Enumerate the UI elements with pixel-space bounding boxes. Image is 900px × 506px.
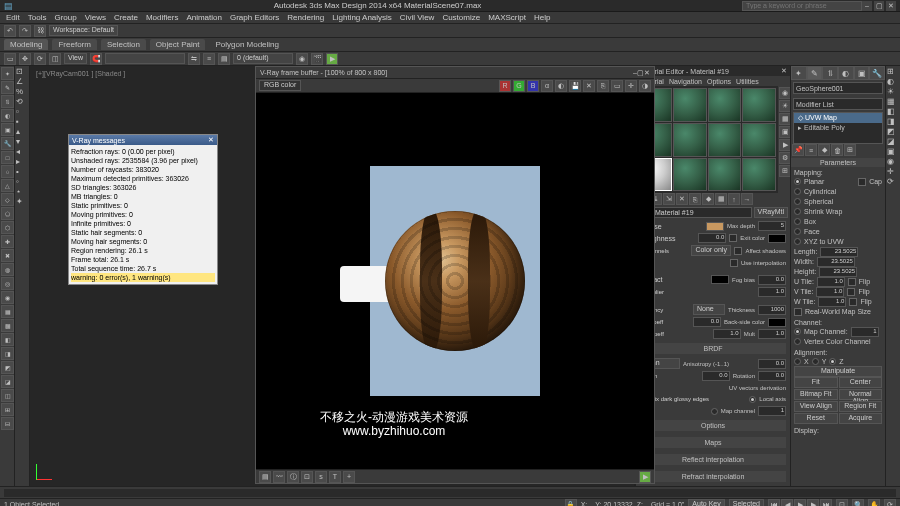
rotation-spinner[interactable]: 0.0 [758, 371, 786, 381]
maps-header[interactable]: Maps [640, 437, 786, 448]
vp-grid-icon[interactable]: ▦ [887, 97, 899, 106]
mat-slot[interactable] [708, 158, 742, 192]
rt-c[interactable]: ◩ [887, 127, 899, 136]
motion-icon[interactable]: ◐ [1, 109, 14, 122]
prev-frame-icon[interactable]: ◀ [781, 499, 793, 507]
mat-editor-close[interactable]: ✕ [781, 67, 787, 75]
backside-swatch[interactable] [768, 318, 786, 327]
vp-shade-icon[interactable]: ◐ [887, 77, 899, 86]
spinner-snap-icon[interactable]: ⟲ [16, 97, 28, 106]
align-button[interactable]: ≡ [203, 53, 215, 65]
cmd-tab-create[interactable]: ✦ [791, 66, 807, 80]
refract-swatch[interactable] [711, 275, 729, 284]
max-depth-spinner[interactable]: 5 [758, 221, 786, 231]
mat-make-unique-icon[interactable]: ◆ [702, 193, 714, 205]
ribbon-sub[interactable]: Polygon Modeling [215, 40, 279, 49]
cmd-tab-motion[interactable]: ◐ [838, 66, 854, 80]
rt-b[interactable]: ◨ [887, 117, 899, 126]
manipulate-button[interactable]: Manipulate [794, 366, 882, 377]
affect-shadows-check[interactable] [734, 247, 742, 255]
wflip-check[interactable] [849, 298, 857, 306]
vfb-save-icon[interactable]: 💾 [569, 80, 581, 92]
vfb-render-icon[interactable]: ▶ [639, 471, 651, 483]
show-end-icon[interactable]: ≡ [805, 144, 817, 156]
vflip-check[interactable] [847, 288, 855, 296]
lt-d[interactable]: ▾ [16, 137, 28, 146]
vfb-stamp-icon[interactable]: T [329, 471, 341, 483]
length-spinner[interactable]: 23.5025 [820, 247, 858, 257]
layer-dropdown[interactable]: 0 (default) [233, 53, 293, 64]
rt-h[interactable]: ⟳ [887, 177, 899, 186]
viewport-label[interactable]: [+][VRayCam001 ] [Shaded ] [36, 70, 125, 77]
mapping-shrink[interactable] [794, 208, 801, 215]
lt-b[interactable]: ▪ [16, 117, 28, 126]
vfb-mono-icon[interactable]: ◐ [555, 80, 567, 92]
render-button[interactable]: ▶ [326, 53, 338, 65]
mat-editor-button[interactable]: ◉ [296, 53, 308, 65]
lt-h[interactable]: ◦ [16, 177, 28, 186]
vfb-srgb-icon[interactable]: s [315, 471, 327, 483]
soften-spinner[interactable]: 0.0 [702, 371, 730, 381]
vfb-cc-icon[interactable]: ◑ [639, 80, 651, 92]
fog-mult-spinner[interactable]: 1.0 [758, 287, 786, 297]
menu-animation[interactable]: Animation [186, 13, 222, 22]
mat-slot[interactable] [742, 123, 776, 157]
zoom-icon[interactable]: 🔍 [852, 499, 864, 507]
mat-slot[interactable] [673, 158, 707, 192]
lt-g[interactable]: • [16, 167, 28, 176]
align-x[interactable] [794, 358, 801, 365]
vp-layout-icon[interactable]: ⊞ [887, 67, 899, 76]
tool-e[interactable]: ⬠ [1, 207, 14, 220]
lt-f[interactable]: ▸ [16, 157, 28, 166]
create-panel-icon[interactable]: ✦ [1, 67, 14, 80]
unique-icon[interactable]: ◆ [818, 144, 830, 156]
menu-graph-editors[interactable]: Graph Editors [230, 13, 279, 22]
tool-d[interactable]: ◇ [1, 193, 14, 206]
menu-customize[interactable]: Customize [442, 13, 480, 22]
material-editor-panel[interactable]: Material Editor - Material #19 ✕ Materia… [635, 66, 790, 486]
lt-c[interactable]: ▴ [16, 127, 28, 136]
lt-e[interactable]: ◂ [16, 147, 28, 156]
diffuse-swatch[interactable] [706, 222, 724, 231]
goto-end-icon[interactable]: ⏭ [820, 499, 832, 507]
brdf-header[interactable]: BRDF [640, 343, 786, 354]
material-name-input[interactable] [652, 207, 752, 218]
mapping-planar[interactable] [794, 178, 801, 185]
vfb-rgb-icon[interactable]: R [499, 80, 511, 92]
aniso-spinner[interactable]: 0.0 [758, 359, 786, 369]
use-interp-check[interactable] [730, 259, 738, 267]
modifier-item-editpoly[interactable]: ▸ Editable Poly [794, 123, 882, 133]
undo-button[interactable]: ↶ [4, 25, 16, 37]
snap-button[interactable]: 🧲 [90, 53, 102, 65]
vray-frame-buffer-window[interactable]: V-Ray frame buffer - [100% of 800 x 800]… [255, 66, 655, 484]
selected-filter[interactable]: Selected [729, 499, 764, 506]
remove-mod-icon[interactable]: 🗑 [831, 144, 843, 156]
cmd-tab-utilities[interactable]: 🔧 [869, 66, 885, 80]
mat-menu-utilities[interactable]: Utilities [736, 78, 759, 85]
ref-coord-dropdown[interactable]: View [64, 53, 87, 64]
zoom-extents-icon[interactable]: ⊡ [836, 499, 848, 507]
goto-start-icon[interactable]: ⏮ [768, 499, 780, 507]
utile-spinner[interactable]: 1.0 [817, 277, 845, 287]
mat-slot[interactable] [708, 123, 742, 157]
mirror-button[interactable]: ⇋ [188, 53, 200, 65]
wtile-spinner[interactable]: 1.0 [818, 297, 846, 307]
render-setup-button[interactable]: 🎬 [311, 53, 323, 65]
menu-create[interactable]: Create [114, 13, 138, 22]
menu-group[interactable]: Group [54, 13, 76, 22]
ribbon-tab-modeling[interactable]: Modeling [4, 39, 48, 50]
next-frame-icon[interactable]: ▶ [807, 499, 819, 507]
tool-l[interactable]: ▦ [1, 305, 14, 318]
affect-channels-sel[interactable]: Color only [691, 245, 731, 256]
tool-t[interactable]: ⊟ [1, 417, 14, 430]
vfb-alpha-icon[interactable]: α [541, 80, 553, 92]
tool-m[interactable]: ▩ [1, 319, 14, 332]
minimize-button[interactable]: – [862, 1, 872, 11]
pin-stack-icon[interactable]: 📌 [792, 144, 804, 156]
scale-button[interactable]: ◫ [49, 53, 61, 65]
local-axis-radio[interactable] [749, 396, 756, 403]
vcc-radio[interactable] [794, 338, 801, 345]
autokey-button[interactable]: Auto Key [688, 499, 724, 506]
snap-toggle-icon[interactable]: ⊡ [16, 67, 28, 76]
modify-panel-icon[interactable]: ✎ [1, 81, 14, 94]
